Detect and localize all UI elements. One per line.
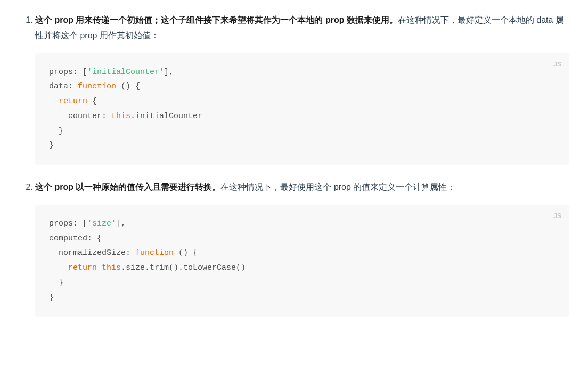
code-text: .size.trim().toLowerCase()	[121, 263, 246, 272]
code-text: ],	[164, 68, 174, 77]
code-string: 'initialCounter'	[87, 68, 164, 77]
code-block-2: JSprops: ['size'], computed: { normalize…	[35, 205, 569, 317]
code-text: computed: {	[49, 234, 102, 243]
code-text: () {	[174, 248, 198, 257]
item-2-text: 这个 prop 以一种原始的值传入且需要进行转换。在这种情况下，最好使用这个 p…	[35, 180, 569, 195]
item-2-normal: 在这种情况下，最好使用这个 prop 的值来定义一个计算属性：	[220, 182, 455, 192]
list-item-2: 这个 prop 以一种原始的值传入且需要进行转换。在这种情况下，最好使用这个 p…	[35, 180, 569, 317]
code-text	[49, 263, 68, 272]
code-lang-badge: JS	[553, 210, 561, 222]
code-string: 'size'	[87, 219, 116, 228]
code-text	[49, 97, 59, 106]
code-text: props: [	[49, 68, 87, 77]
code-text	[97, 263, 102, 272]
code-lang-badge: JS	[553, 59, 561, 70]
code-block-1: JSprops: ['initialCounter'], data: funct…	[35, 53, 569, 165]
code-keyword: function	[135, 248, 174, 257]
code-text: }	[49, 293, 54, 302]
code-text: }	[49, 127, 63, 136]
code-this: this	[111, 112, 130, 121]
code-keyword: function	[78, 82, 116, 91]
code-text: () {	[116, 82, 140, 91]
code-text: }	[49, 278, 63, 287]
code-keyword: return	[59, 97, 87, 106]
code-this: this	[102, 263, 121, 272]
code-text: }	[49, 141, 54, 150]
item-2-bold: 这个 prop 以一种原始的值传入且需要进行转换。	[35, 182, 220, 192]
code-text: props: [	[49, 219, 87, 228]
code-text: ],	[116, 219, 126, 228]
item-1-text: 这个 prop 用来传递一个初始值；这个子组件接下来希望将其作为一个本地的 pr…	[35, 13, 569, 44]
code-text: normalizedSize:	[49, 248, 135, 257]
code-keyword: return	[68, 263, 97, 272]
code-text: data:	[49, 82, 78, 91]
item-1-bold: 这个 prop 用来传递一个初始值；这个子组件接下来希望将其作为一个本地的 pr…	[35, 15, 398, 24]
list-item-1: 这个 prop 用来传递一个初始值；这个子组件接下来希望将其作为一个本地的 pr…	[35, 13, 569, 165]
code-text: {	[87, 97, 97, 106]
ordered-list: 这个 prop 用来传递一个初始值；这个子组件接下来希望将其作为一个本地的 pr…	[19, 13, 569, 317]
code-text: .initialCounter	[130, 112, 202, 121]
code-text: counter:	[49, 112, 111, 121]
